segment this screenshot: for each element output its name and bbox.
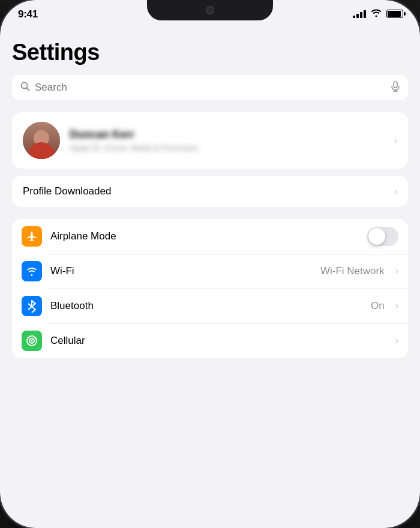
camera xyxy=(206,6,214,14)
wifi-chevron: › xyxy=(395,266,398,277)
airplane-mode-row[interactable]: Airplane Mode xyxy=(12,219,408,254)
profile-downloaded-label: Profile Downloaded xyxy=(23,185,111,197)
cellular-settings-icon xyxy=(22,331,42,351)
search-icon xyxy=(20,82,30,94)
bluetooth-label: Bluetooth xyxy=(50,300,362,312)
settings-content: Settings xyxy=(0,30,420,528)
microphone-icon[interactable] xyxy=(391,81,400,94)
page-title: Settings xyxy=(12,40,408,65)
wifi-row[interactable]: Wi-Fi Wi-Fi Network › xyxy=(12,254,408,289)
cellular-chevron: › xyxy=(395,335,398,346)
battery-icon xyxy=(386,10,403,18)
status-icons xyxy=(353,8,403,19)
wifi-settings-icon xyxy=(22,261,42,281)
wifi-icon xyxy=(371,8,382,19)
search-bar[interactable] xyxy=(12,75,408,100)
wifi-label: Wi-Fi xyxy=(50,265,312,277)
toggle-thumb xyxy=(368,228,385,245)
bluetooth-row[interactable]: Bluetooth On › xyxy=(12,289,408,323)
screen: 9:41 xyxy=(0,0,420,528)
airplane-mode-label: Airplane Mode xyxy=(50,230,359,242)
airplane-mode-toggle[interactable] xyxy=(367,227,398,246)
settings-group-connectivity: Airplane Mode Wi-Fi Wi-F xyxy=(12,219,408,358)
bluetooth-settings-icon xyxy=(22,296,42,316)
airplane-mode-icon xyxy=(22,226,42,247)
bluetooth-value: On xyxy=(371,300,385,312)
bluetooth-chevron: › xyxy=(395,301,398,311)
avatar xyxy=(23,122,60,159)
search-input[interactable] xyxy=(35,82,386,94)
cellular-row[interactable]: Cellular › xyxy=(12,323,408,358)
svg-rect-2 xyxy=(394,82,397,88)
wifi-value: Wi-Fi Network xyxy=(320,265,385,277)
profile-subtitle: Apple ID, iCloud, Media & Purchases xyxy=(70,143,385,152)
profile-info: Duncan Kerr Apple ID, iCloud, Media & Pu… xyxy=(70,128,385,152)
svg-point-7 xyxy=(31,340,33,342)
profile-chevron: › xyxy=(394,135,397,146)
battery-fill xyxy=(388,11,401,17)
cellular-label: Cellular xyxy=(50,335,387,347)
profile-downloaded-chevron: › xyxy=(394,186,397,197)
notch xyxy=(147,0,273,20)
signal-icon xyxy=(353,10,366,18)
svg-line-1 xyxy=(27,88,29,91)
phone-frame: 9:41 xyxy=(0,0,420,528)
profile-downloaded-row[interactable]: Profile Downloaded › xyxy=(12,176,408,207)
status-time: 9:41 xyxy=(18,8,38,20)
profile-name: Duncan Kerr xyxy=(70,128,385,141)
profile-card[interactable]: Duncan Kerr Apple ID, iCloud, Media & Pu… xyxy=(12,112,408,169)
